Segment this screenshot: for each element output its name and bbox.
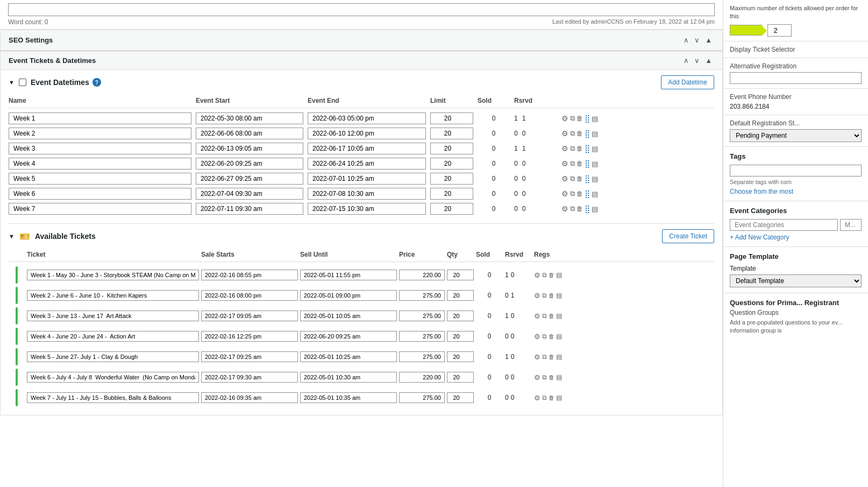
ticket-sale-starts-input[interactable]: [201, 310, 298, 321]
seo-collapse-down[interactable]: ∨: [692, 36, 702, 45]
ticket-sale-starts-input[interactable]: [201, 372, 298, 383]
datetime-limit-input[interactable]: [430, 128, 473, 139]
datetime-limit-input[interactable]: [430, 143, 473, 154]
ticket-qty-input[interactable]: [447, 331, 474, 342]
drag-icon[interactable]: ⣿: [585, 129, 590, 138]
drag-icon[interactable]: ⣿: [585, 174, 590, 183]
ticket-qty-input[interactable]: [447, 310, 474, 321]
event-categories-input[interactable]: [730, 219, 838, 231]
barcode-icon[interactable]: ▤: [556, 292, 562, 299]
seo-collapse-x[interactable]: ▲: [703, 36, 714, 45]
trash-icon[interactable]: 🗑: [549, 354, 554, 360]
ticket-sale-starts-input[interactable]: [201, 351, 298, 362]
ticket-price-input[interactable]: [399, 372, 445, 383]
datetime-start-input[interactable]: [196, 188, 303, 200]
collapse-arrow-dt[interactable]: ▼: [9, 79, 15, 86]
ticket-name-input[interactable]: [27, 270, 199, 280]
ticket-name-input[interactable]: [27, 331, 199, 342]
seo-header[interactable]: SEO Settings ∧ ∨ ▲: [0, 30, 723, 51]
ticket-price-input[interactable]: [399, 310, 445, 321]
gear-icon[interactable]: ⚙: [561, 159, 568, 168]
ticket-qty-input[interactable]: [447, 351, 474, 362]
drag-icon[interactable]: ⣿: [585, 144, 590, 153]
create-ticket-button[interactable]: Create Ticket: [662, 229, 714, 243]
datetime-start-input[interactable]: [196, 143, 303, 154]
ticket-price-input[interactable]: [399, 392, 445, 403]
barcode-icon[interactable]: ▤: [592, 145, 598, 153]
trash-icon[interactable]: 🗑: [549, 374, 554, 380]
gear-icon[interactable]: ⚙: [561, 144, 568, 153]
ticket-sale-starts-input[interactable]: [201, 270, 298, 280]
ticket-sell-until-input[interactable]: [300, 290, 397, 301]
copy-icon[interactable]: ⧉: [542, 312, 547, 320]
barcode-icon[interactable]: ▤: [556, 333, 562, 340]
ticket-sell-until-input[interactable]: [300, 331, 397, 342]
datetime-start-input[interactable]: [196, 158, 303, 170]
datetime-name-input[interactable]: [9, 188, 191, 200]
copy-icon[interactable]: ⧉: [570, 189, 575, 198]
ticket-price-input[interactable]: [399, 351, 445, 362]
datetime-start-input[interactable]: [196, 173, 303, 185]
tags-choose-link[interactable]: Choose from the most: [730, 188, 793, 195]
copy-icon[interactable]: ⧉: [542, 353, 547, 361]
datetime-name-input[interactable]: [9, 112, 191, 124]
barcode-icon[interactable]: ▤: [592, 175, 598, 183]
gear-icon[interactable]: ⚙: [534, 271, 540, 279]
tickets-collapse-up[interactable]: ∧: [681, 56, 691, 65]
barcode-icon[interactable]: ▤: [592, 160, 598, 168]
trash-icon[interactable]: 🗑: [577, 160, 583, 167]
drag-icon[interactable]: ⣿: [585, 204, 590, 213]
trash-icon[interactable]: 🗑: [577, 175, 583, 182]
tickets-collapse-x[interactable]: ▲: [703, 56, 714, 65]
gear-icon[interactable]: ⚙: [534, 312, 540, 320]
ticket-sell-until-input[interactable]: [300, 392, 397, 403]
gear-icon[interactable]: ⚙: [534, 292, 540, 300]
datetime-end-input[interactable]: [308, 188, 426, 200]
trash-icon[interactable]: 🗑: [577, 205, 583, 213]
ticket-sell-until-input[interactable]: [300, 270, 397, 280]
drag-icon[interactable]: ⣿: [585, 114, 590, 123]
ticket-name-input[interactable]: [27, 310, 199, 321]
datetime-start-input[interactable]: [196, 112, 303, 124]
datetime-name-input[interactable]: [9, 128, 191, 139]
trash-icon[interactable]: 🗑: [577, 190, 583, 197]
datetimes-help-icon[interactable]: ?: [93, 78, 101, 87]
gear-icon[interactable]: ⚙: [561, 174, 568, 183]
drag-icon[interactable]: ⣿: [585, 189, 590, 198]
copy-icon[interactable]: ⧉: [570, 159, 575, 168]
gear-icon[interactable]: ⚙: [534, 373, 540, 382]
datetime-limit-input[interactable]: [430, 173, 473, 185]
ticket-qty-input[interactable]: [447, 290, 474, 301]
alt-reg-input[interactable]: [730, 72, 862, 84]
copy-icon[interactable]: ⧉: [542, 373, 547, 381]
copy-icon[interactable]: ⧉: [570, 204, 575, 213]
add-category-link[interactable]: + Add New Category: [730, 234, 789, 241]
datetime-name-input[interactable]: [9, 158, 191, 170]
collapse-arrow-tickets[interactable]: ▼: [9, 233, 15, 239]
gear-icon[interactable]: ⚙: [561, 204, 568, 213]
barcode-icon[interactable]: ▤: [556, 394, 562, 401]
copy-icon[interactable]: ⧉: [570, 144, 575, 153]
datetime-start-input[interactable]: [196, 203, 303, 215]
ticket-price-input[interactable]: [399, 290, 445, 301]
copy-icon[interactable]: ⧉: [542, 292, 547, 299]
ticket-sell-until-input[interactable]: [300, 372, 397, 383]
ticket-name-input[interactable]: [27, 351, 199, 362]
copy-icon[interactable]: ⧉: [570, 129, 575, 138]
ticket-sale-starts-input[interactable]: [201, 392, 298, 403]
ticket-name-input[interactable]: [27, 372, 199, 383]
copy-icon[interactable]: ⧉: [542, 394, 547, 401]
ticket-qty-input[interactable]: [447, 372, 474, 383]
copy-icon[interactable]: ⧉: [570, 174, 575, 183]
barcode-icon[interactable]: ▤: [592, 190, 598, 198]
ticket-sell-until-input[interactable]: [300, 310, 397, 321]
copy-icon[interactable]: ⧉: [542, 333, 547, 340]
gear-icon[interactable]: ⚙: [534, 394, 540, 402]
ticket-sale-starts-input[interactable]: [201, 331, 298, 342]
trash-icon[interactable]: 🗑: [577, 130, 583, 137]
trash-icon[interactable]: 🗑: [549, 333, 554, 340]
gear-icon[interactable]: ⚙: [534, 333, 540, 341]
barcode-icon[interactable]: ▤: [556, 271, 562, 279]
ticket-name-input[interactable]: [27, 392, 199, 403]
gear-icon[interactable]: ⚙: [561, 129, 568, 138]
